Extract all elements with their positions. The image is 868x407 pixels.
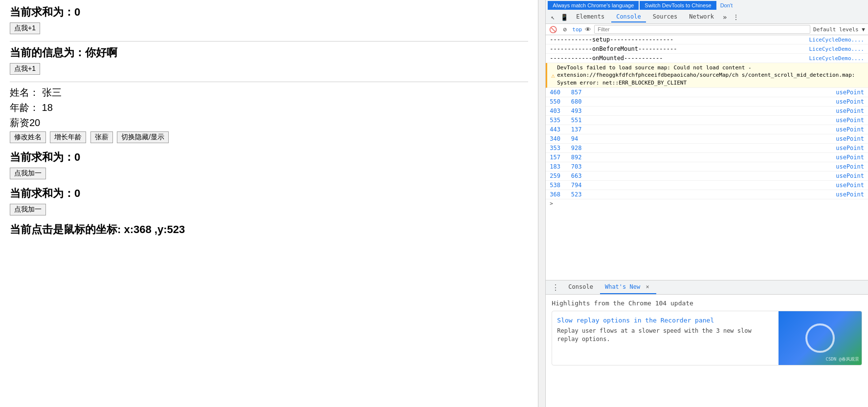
more-tabs-icon[interactable]: » [721,13,729,21]
console-row: ------------onBeforeMount-----------Lice… [546,44,868,54]
tab-console[interactable]: Console [611,12,646,22]
tab-sources[interactable]: Sources [648,12,683,22]
whats-new-card: Slow replay options in the Recorder pane… [552,311,862,365]
btn-toggle-hide[interactable]: 切换隐藏/显示 [117,131,169,143]
console-row-pair: 550 680usePoint [546,97,868,107]
record-circle [805,323,835,353]
highlights-title: Highlights from the Chrome 104 update [552,300,862,307]
card-text: Slow replay options in the Recorder pane… [552,311,774,365]
card-image: CSDN @春风观景 [779,311,862,365]
sum1-button[interactable]: 点我+1 [10,22,40,34]
console-row-pair: 340 94usePoint [546,134,868,144]
eye-icon[interactable]: 👁 [585,26,591,33]
tab-console-bottom[interactable]: Console [563,280,598,294]
scrollbar[interactable] [538,0,545,407]
person-name: 姓名： 张三 [10,86,528,99]
console-row-pair: 535 551usePoint [546,116,868,125]
console-row-pair: 259 663usePoint [546,171,868,181]
dont-button[interactable]: Don't [717,1,735,10]
person-salary: 薪资20 [10,116,528,129]
console-row-pair: 368 523usePoint [546,190,868,199]
mobile-icon[interactable]: 📱 [559,12,569,22]
image-watermark: CSDN @春风观景 [825,356,859,363]
console-output: ------------setup------------------LiceC… [546,35,868,280]
tab-whats-new: What's New × [600,280,656,294]
console-row-pair: 157 892usePoint [546,153,868,162]
close-whats-new[interactable]: × [644,283,651,290]
default-levels-select[interactable]: Default levels ▼ [813,26,865,33]
cursor-icon[interactable]: ↖ [548,12,557,22]
filter-icon[interactable]: ⊘ [560,26,569,33]
section-sum3: 当前求和为：0 点我加一 [10,186,528,218]
console-row-pair: 460 857usePoint [546,88,868,97]
console-row-warning: ⚠DevTools failed to load source map: Cou… [546,63,868,88]
clear-console-icon[interactable]: 🚫 [549,26,557,33]
console-row-pair: 538 794usePoint [546,181,868,190]
btn-change-name[interactable]: 修改姓名 [10,131,46,143]
bottom-panel-tabs: ⋮ Console What's New × [546,280,868,295]
sum1-title: 当前求和为：0 [10,5,528,20]
sum2-button[interactable]: 点我加一 [10,168,46,179]
console-row-pair: 353 928usePoint [546,144,868,153]
console-toolbar: 🚫 ⊘ top 👁 Default levels ▼ [546,24,868,35]
devtools-panel: Always match Chrome's language Switch De… [545,0,868,407]
devtools-topbar: Always match Chrome's language Switch De… [546,0,868,11]
bottom-panel: ⋮ Console What's New × Highlights from t… [546,280,868,407]
tab-elements[interactable]: Elements [571,12,609,22]
bottom-content: Highlights from the Chrome 104 update Sl… [546,295,868,407]
sum3-title: 当前求和为：0 [10,186,528,201]
divider-2 [10,82,528,82]
person-age: 年龄： 18 [10,101,528,114]
console-row-pair: 443 137usePoint [546,125,868,134]
filter-input[interactable] [594,25,810,34]
section-sum2: 当前求和为：0 点我加一 [10,150,528,182]
console-row: ------------onMounted-----------LiceCycl… [546,54,868,63]
sum2-title: 当前求和为：0 [10,150,528,165]
msg-button[interactable]: 点我+1 [10,63,40,75]
person-buttons: 修改姓名 增长年龄 张薪 切换隐藏/显示 [10,131,528,146]
devtools-main-toolbar: ↖ 📱 Elements Console Sources Network » ⋮ [546,11,868,24]
divider-1 [10,41,528,42]
main-content: 当前求和为：0 点我+1 当前的信息为：你好啊 点我+1 姓名： 张三 年龄： … [0,0,538,407]
warning-icon: ⚠ [551,72,555,79]
btn-zhang-xin[interactable]: 张薪 [90,131,113,143]
card-desc: Replay user flows at a slower speed with… [557,327,769,343]
msg-title: 当前的信息为：你好啊 [10,45,528,60]
console-chevron[interactable]: > [546,199,868,208]
console-row: ------------setup------------------LiceC… [546,35,868,44]
section-sum1: 当前求和为：0 点我+1 [10,5,528,37]
match-lang-button[interactable]: Always match Chrome's language [548,1,639,10]
section-msg: 当前的信息为：你好啊 点我+1 [10,45,528,78]
panel-options-icon[interactable]: ⋮ [550,281,561,294]
card-link[interactable]: Slow replay options in the Recorder pane… [557,317,714,324]
settings-icon[interactable]: ⋮ [731,13,741,21]
context-select[interactable]: top [572,26,582,33]
section-person: 姓名： 张三 年龄： 18 薪资20 修改姓名 增长年龄 张薪 切换隐藏/显示 [10,86,528,146]
console-row-pair: 403 493usePoint [546,107,868,116]
section-coord: 当前点击是鼠标的坐标: x:368 ,y:523 [10,222,528,237]
switch-devtools-button[interactable]: Switch DevTools to Chinese [640,1,716,10]
console-row-pair: 183 703usePoint [546,162,868,171]
sum3-button[interactable]: 点我加一 [10,204,46,215]
btn-grow-age[interactable]: 增长年龄 [50,131,86,143]
tab-network[interactable]: Network [684,12,719,22]
